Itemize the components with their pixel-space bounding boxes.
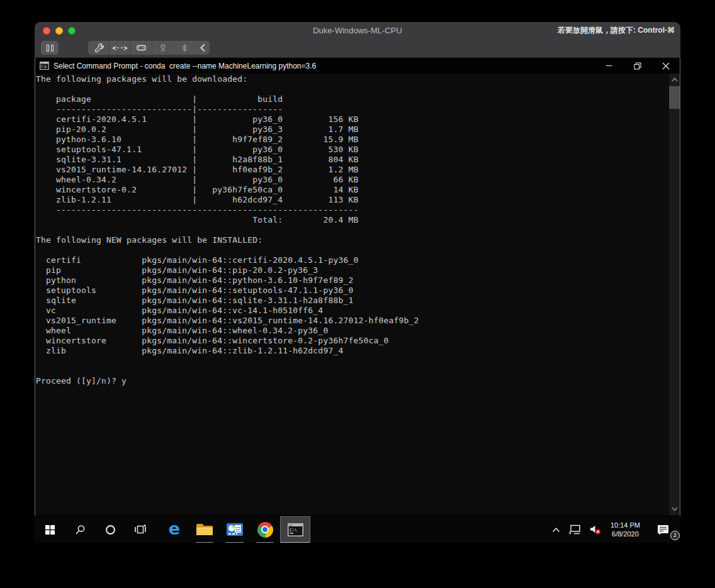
file-explorer-icon: [196, 523, 213, 536]
windows-logo-icon: [45, 525, 55, 535]
report-app-button[interactable]: [220, 516, 250, 543]
remote-desktop: C:\ Select Command Prompt - conda create…: [35, 58, 680, 543]
search-button[interactable]: [65, 516, 95, 543]
svg-text:C:\: C:\: [290, 527, 297, 532]
show-hidden-icons-button[interactable]: [548, 516, 565, 543]
volume-tray-button[interactable]: [585, 516, 605, 543]
vm-toolbar-group: <··>: [88, 41, 210, 55]
notification-count-badge: 2: [670, 531, 680, 540]
camera-button-disabled: [152, 41, 174, 55]
volume-muted-icon: [590, 525, 601, 535]
close-button[interactable]: [651, 58, 680, 74]
system-tray: 10:14 PM 6/8/2020 2: [548, 516, 680, 543]
file-explorer-button[interactable]: [189, 516, 220, 543]
edge-icon: e: [169, 520, 180, 537]
command-prompt-taskbar-button[interactable]: C:\: [280, 516, 310, 543]
vm-window: Duke-Windows-ML-CPU 若要放開滑鼠，請按下: Control-…: [35, 22, 680, 543]
chevron-up-icon: [552, 527, 560, 533]
restore-button[interactable]: [623, 58, 651, 74]
settings-button[interactable]: [88, 41, 110, 55]
restore-icon: [634, 62, 641, 70]
command-prompt-window: C:\ Select Command Prompt - conda create…: [35, 58, 680, 516]
edge-button[interactable]: e: [159, 516, 189, 543]
task-view-icon: [135, 524, 146, 535]
pause-vm-button[interactable]: [41, 41, 59, 55]
chevron-down-icon: [672, 507, 678, 511]
bluetooth-icon: [180, 43, 189, 53]
wrench-icon: [94, 43, 104, 53]
vm-titlebar[interactable]: Duke-Windows-ML-CPU 若要放開滑鼠，請按下: Control-…: [35, 22, 680, 39]
camera-icon: [158, 43, 168, 53]
cortana-icon: [105, 524, 116, 535]
network-tray-button[interactable]: [565, 516, 585, 543]
ethernet-network-icon: [569, 524, 581, 535]
minimize-icon: [605, 62, 612, 69]
scrollbar-thumb[interactable]: [669, 86, 680, 109]
bluetooth-button-disabled: [174, 41, 195, 55]
chrome-icon: [257, 522, 273, 538]
vm-toolbar: <··>: [35, 39, 680, 58]
command-prompt-icon: C:\: [288, 523, 303, 536]
close-icon: [662, 62, 670, 70]
action-center-button[interactable]: 2: [645, 516, 680, 543]
search-icon: [75, 524, 86, 535]
terminal-output: The following packages will be downloade…: [35, 74, 680, 386]
chevron-up-icon: [672, 77, 678, 82]
pause-icon: [47, 45, 49, 52]
cortana-button[interactable]: [95, 516, 125, 543]
windows-taskbar: e: [35, 516, 680, 543]
snapshots-button[interactable]: <··>: [110, 41, 131, 55]
running-indicator: [226, 542, 244, 543]
chrome-button[interactable]: [250, 516, 280, 543]
start-button[interactable]: [35, 516, 65, 543]
pause-icon: [51, 45, 53, 52]
report-app-icon: [227, 523, 243, 536]
minimize-button[interactable]: [595, 58, 623, 74]
code-brackets-icon: <··>: [112, 45, 127, 52]
scroll-up-button[interactable]: [669, 74, 680, 85]
active-indicator: [281, 542, 310, 543]
task-view-button[interactable]: [125, 516, 155, 543]
clock-time: 10:14 PM: [611, 521, 640, 530]
scroll-down-button[interactable]: [669, 504, 680, 514]
svg-text:C:\: C:\: [41, 65, 47, 68]
desktop-background: Duke-Windows-ML-CPU 若要放開滑鼠，請按下: Control-…: [0, 0, 715, 588]
action-center-icon: [657, 524, 669, 535]
chevron-left-icon: [199, 43, 206, 52]
scrollbar[interactable]: [669, 74, 680, 515]
collapse-toolbar-button[interactable]: [195, 41, 210, 55]
console-title: Select Command Prompt - conda create --n…: [53, 62, 595, 70]
taskbar-clock[interactable]: 10:14 PM 6/8/2020: [605, 516, 645, 543]
running-indicator: [256, 542, 274, 543]
clock-date: 6/8/2020: [611, 530, 640, 538]
console-body[interactable]: The following packages will be downloade…: [35, 74, 680, 515]
mouse-release-hint: 若要放開滑鼠，請按下: Control-⌘: [558, 25, 675, 36]
command-prompt-icon: C:\: [40, 62, 49, 70]
hard-disk-icon: [136, 43, 147, 53]
running-indicator: [196, 542, 213, 543]
virtual-disk-button[interactable]: [131, 41, 152, 55]
console-titlebar[interactable]: C:\ Select Command Prompt - conda create…: [35, 58, 680, 74]
